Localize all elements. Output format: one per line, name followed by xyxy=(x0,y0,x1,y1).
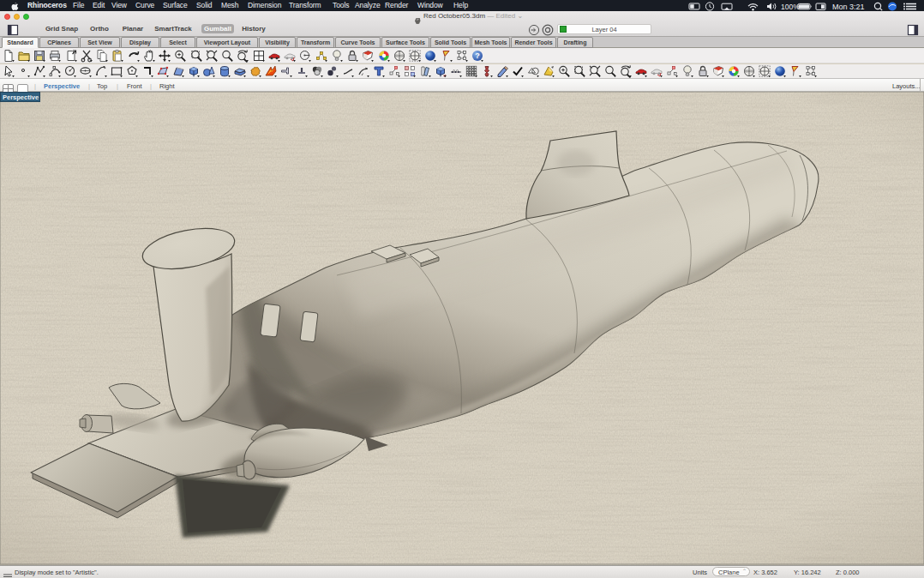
svg-text:100%: 100% xyxy=(781,3,800,11)
svg-text:?: ? xyxy=(475,51,480,60)
svg-text:Mon 3:21: Mon 3:21 xyxy=(832,3,865,11)
